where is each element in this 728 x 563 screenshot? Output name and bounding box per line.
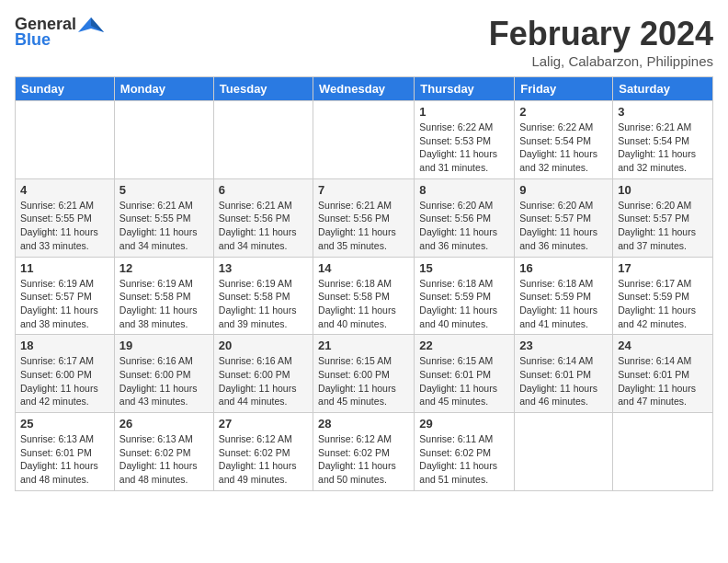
calendar-cell (213, 101, 313, 179)
calendar-cell: 20Sunrise: 6:16 AMSunset: 6:00 PMDayligh… (213, 335, 313, 413)
calendar-cell: 4Sunrise: 6:21 AMSunset: 5:55 PMDaylight… (16, 178, 115, 257)
calendar-cell: 6Sunrise: 6:21 AMSunset: 5:56 PMDaylight… (213, 178, 313, 257)
header-day-saturday: Saturday (613, 77, 713, 101)
header-day-friday: Friday (515, 77, 613, 101)
calendar-cell (313, 101, 415, 179)
calendar-cell: 25Sunrise: 6:13 AMSunset: 6:01 PMDayligh… (16, 413, 115, 491)
calendar-cell: 22Sunrise: 6:15 AMSunset: 6:01 PMDayligh… (415, 335, 515, 413)
cell-info: Sunrise: 6:21 AMSunset: 5:56 PMDaylight:… (219, 199, 308, 253)
cell-info: Sunrise: 6:19 AMSunset: 5:58 PMDaylight:… (119, 277, 209, 331)
cell-info: Sunrise: 6:15 AMSunset: 6:00 PMDaylight:… (318, 354, 409, 408)
cell-info: Sunrise: 6:20 AMSunset: 5:57 PMDaylight:… (519, 199, 608, 253)
day-number: 26 (119, 417, 209, 431)
day-number: 17 (618, 261, 708, 275)
day-number: 9 (519, 183, 608, 197)
calendar-cell: 12Sunrise: 6:19 AMSunset: 5:58 PMDayligh… (114, 257, 213, 335)
day-number: 20 (219, 339, 308, 352)
day-number: 13 (219, 261, 308, 275)
calendar-cell: 11Sunrise: 6:19 AMSunset: 5:57 PMDayligh… (16, 257, 115, 335)
day-number: 21 (318, 339, 409, 352)
week-row-3: 11Sunrise: 6:19 AMSunset: 5:57 PMDayligh… (16, 257, 713, 335)
month-title: February 2024 (489, 15, 713, 53)
calendar-cell: 14Sunrise: 6:18 AMSunset: 5:58 PMDayligh… (313, 257, 415, 335)
title-area: February 2024 Lalig, Calabarzon, Philipp… (489, 15, 713, 69)
cell-info: Sunrise: 6:21 AMSunset: 5:55 PMDaylight:… (20, 199, 109, 253)
calendar-cell: 1Sunrise: 6:22 AMSunset: 5:53 PMDaylight… (415, 101, 515, 179)
calendar-cell (114, 101, 213, 179)
week-row-2: 4Sunrise: 6:21 AMSunset: 5:55 PMDaylight… (16, 178, 713, 257)
calendar-cell: 7Sunrise: 6:21 AMSunset: 5:56 PMDaylight… (313, 178, 415, 257)
calendar-cell: 19Sunrise: 6:16 AMSunset: 6:00 PMDayligh… (114, 335, 213, 413)
calendar-cell: 13Sunrise: 6:19 AMSunset: 5:58 PMDayligh… (213, 257, 313, 335)
day-number: 11 (20, 261, 109, 275)
cell-info: Sunrise: 6:14 AMSunset: 6:01 PMDaylight:… (519, 354, 608, 408)
day-number: 27 (219, 417, 308, 431)
calendar-cell: 15Sunrise: 6:18 AMSunset: 5:59 PMDayligh… (415, 257, 515, 335)
calendar-cell: 3Sunrise: 6:21 AMSunset: 5:54 PMDaylight… (613, 101, 713, 179)
calendar-cell: 24Sunrise: 6:14 AMSunset: 6:01 PMDayligh… (613, 335, 713, 413)
cell-info: Sunrise: 6:18 AMSunset: 5:59 PMDaylight:… (519, 277, 608, 331)
cell-info: Sunrise: 6:15 AMSunset: 6:01 PMDaylight:… (419, 354, 509, 408)
day-number: 14 (318, 261, 409, 275)
calendar-cell: 28Sunrise: 6:12 AMSunset: 6:02 PMDayligh… (313, 413, 415, 491)
calendar-cell: 29Sunrise: 6:11 AMSunset: 6:02 PMDayligh… (415, 413, 515, 491)
day-number: 19 (119, 339, 209, 352)
day-number: 2 (519, 105, 608, 119)
cell-info: Sunrise: 6:22 AMSunset: 5:54 PMDaylight:… (519, 121, 608, 175)
location-title: Lalig, Calabarzon, Philippines (489, 53, 713, 69)
day-number: 28 (318, 417, 409, 431)
calendar-cell (515, 413, 613, 491)
header-day-sunday: Sunday (16, 77, 115, 101)
day-number: 1 (419, 105, 509, 119)
day-number: 6 (219, 183, 308, 197)
cell-info: Sunrise: 6:20 AMSunset: 5:56 PMDaylight:… (419, 199, 509, 253)
cell-info: Sunrise: 6:21 AMSunset: 5:54 PMDaylight:… (618, 121, 708, 175)
calendar-cell: 16Sunrise: 6:18 AMSunset: 5:59 PMDayligh… (515, 257, 613, 335)
cell-info: Sunrise: 6:19 AMSunset: 5:57 PMDaylight:… (20, 277, 109, 331)
calendar-cell: 8Sunrise: 6:20 AMSunset: 5:56 PMDaylight… (415, 178, 515, 257)
day-number: 8 (419, 183, 509, 197)
cell-info: Sunrise: 6:12 AMSunset: 6:02 PMDaylight:… (318, 432, 409, 487)
day-number: 7 (318, 183, 409, 197)
cell-info: Sunrise: 6:11 AMSunset: 6:02 PMDaylight:… (419, 432, 509, 487)
logo: General Blue (15, 15, 104, 50)
day-number: 29 (419, 417, 509, 431)
cell-info: Sunrise: 6:16 AMSunset: 6:00 PMDaylight:… (119, 354, 209, 408)
header: General Blue February 2024 Lalig, Calaba… (15, 15, 713, 69)
cell-info: Sunrise: 6:21 AMSunset: 5:56 PMDaylight:… (318, 199, 409, 253)
cell-info: Sunrise: 6:17 AMSunset: 6:00 PMDaylight:… (20, 354, 109, 408)
calendar-cell: 26Sunrise: 6:13 AMSunset: 6:02 PMDayligh… (114, 413, 213, 491)
logo-blue: Blue (15, 30, 51, 50)
calendar-cell (16, 101, 115, 179)
day-number: 15 (419, 261, 509, 275)
calendar-table: SundayMondayTuesdayWednesdayThursdayFrid… (15, 76, 713, 491)
day-number: 22 (419, 339, 509, 352)
week-row-4: 18Sunrise: 6:17 AMSunset: 6:00 PMDayligh… (16, 335, 713, 413)
day-number: 18 (20, 339, 109, 352)
day-number: 4 (20, 183, 109, 197)
day-number: 16 (519, 261, 608, 275)
day-number: 25 (20, 417, 109, 431)
cell-info: Sunrise: 6:13 AMSunset: 6:02 PMDaylight:… (119, 432, 209, 487)
calendar-cell: 27Sunrise: 6:12 AMSunset: 6:02 PMDayligh… (213, 413, 313, 491)
day-number: 24 (618, 339, 708, 352)
calendar-cell: 23Sunrise: 6:14 AMSunset: 6:01 PMDayligh… (515, 335, 613, 413)
day-number: 23 (519, 339, 608, 352)
cell-info: Sunrise: 6:18 AMSunset: 5:59 PMDaylight:… (419, 277, 509, 331)
day-number: 5 (119, 183, 209, 197)
calendar-cell: 2Sunrise: 6:22 AMSunset: 5:54 PMDaylight… (515, 101, 613, 179)
calendar-cell: 10Sunrise: 6:20 AMSunset: 5:57 PMDayligh… (613, 178, 713, 257)
cell-info: Sunrise: 6:22 AMSunset: 5:53 PMDaylight:… (419, 121, 509, 175)
calendar-cell: 9Sunrise: 6:20 AMSunset: 5:57 PMDaylight… (515, 178, 613, 257)
cell-info: Sunrise: 6:16 AMSunset: 6:00 PMDaylight:… (219, 354, 308, 408)
day-number: 12 (119, 261, 209, 275)
day-number: 3 (618, 105, 708, 119)
cell-info: Sunrise: 6:20 AMSunset: 5:57 PMDaylight:… (618, 199, 708, 253)
header-day-thursday: Thursday (415, 77, 515, 101)
cell-info: Sunrise: 6:19 AMSunset: 5:58 PMDaylight:… (219, 277, 308, 331)
day-number: 10 (618, 183, 708, 197)
calendar-cell: 21Sunrise: 6:15 AMSunset: 6:00 PMDayligh… (313, 335, 415, 413)
header-day-wednesday: Wednesday (313, 77, 415, 101)
week-row-5: 25Sunrise: 6:13 AMSunset: 6:01 PMDayligh… (16, 413, 713, 491)
calendar-cell: 5Sunrise: 6:21 AMSunset: 5:55 PMDaylight… (114, 178, 213, 257)
